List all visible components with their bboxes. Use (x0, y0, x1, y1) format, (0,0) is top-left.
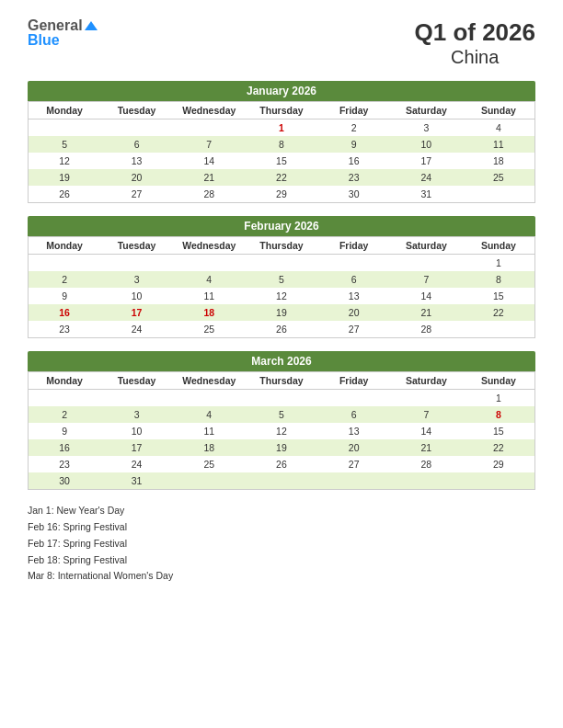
march-header-row: Monday Tuesday Wednesday Thursday Friday… (29, 372, 535, 390)
mar-col-thu: Thursday (246, 372, 318, 390)
calendar-day: 9 (317, 136, 390, 153)
calendar-day: 23 (317, 169, 390, 186)
march-section: March 2026 Monday Tuesday Wednesday Thur… (28, 351, 535, 490)
jan-col-tue: Tuesday (100, 102, 173, 119)
calendar-day (317, 472, 390, 490)
table-row: 232425262728 (29, 321, 535, 338)
calendar-day (173, 472, 246, 490)
holiday-entry: Feb 18: Spring Festival (28, 552, 535, 569)
calendar-day: 14 (173, 153, 246, 169)
calendar-day (100, 119, 173, 137)
calendar-day: 3 (100, 271, 173, 288)
table-row: 1234 (29, 119, 535, 137)
table-row: 1 (29, 255, 535, 272)
january-title: January 2026 (28, 81, 535, 101)
logo: General Blue (28, 18, 98, 48)
table-row: 16171819202122 (29, 304, 535, 321)
calendar-day: 16 (29, 304, 101, 321)
calendar-day: 22 (463, 439, 535, 456)
calendar-day: 27 (100, 186, 173, 203)
calendar-day: 22 (246, 169, 318, 186)
calendar-day: 19 (246, 304, 318, 321)
calendar-day: 11 (463, 136, 535, 153)
calendar-day: 9 (29, 288, 101, 304)
calendar-day: 24 (390, 169, 463, 186)
calendar-day (100, 390, 173, 407)
calendar-day: 30 (29, 472, 101, 490)
mar-col-mon: Monday (29, 372, 101, 390)
calendar-day: 19 (29, 169, 101, 186)
calendar-day (246, 255, 318, 272)
calendar-day (29, 390, 101, 407)
holiday-entry: Jan 1: New Year's Day (28, 503, 535, 519)
calendar-day: 25 (173, 321, 246, 338)
calendar-day (390, 472, 463, 490)
calendar-day: 6 (100, 136, 173, 153)
calendar-day: 10 (100, 423, 173, 439)
calendar-day: 27 (317, 456, 390, 472)
calendar-day: 16 (317, 153, 390, 169)
table-row: 9101112131415 (29, 288, 535, 304)
calendar-day: 17 (100, 439, 173, 456)
calendar-day (246, 390, 318, 407)
january-section: January 2026 Monday Tuesday Wednesday Th… (28, 81, 535, 203)
table-row: 23242526272829 (29, 456, 535, 472)
february-section: February 2026 Monday Tuesday Wednesday T… (28, 216, 535, 338)
calendar-day (173, 119, 246, 137)
calendar-day: 5 (246, 406, 318, 423)
calendar-day: 28 (173, 186, 246, 203)
holiday-entry: Feb 17: Spring Festival (28, 536, 535, 552)
table-row: 2345678 (29, 406, 535, 423)
calendar-day: 8 (463, 271, 535, 288)
calendar-day: 7 (390, 406, 463, 423)
calendar-day: 28 (390, 456, 463, 472)
table-row: 9101112131415 (29, 423, 535, 439)
calendar-day: 25 (173, 456, 246, 472)
february-title: February 2026 (28, 216, 535, 236)
calendar-day (317, 255, 390, 272)
calendar-day: 29 (246, 186, 318, 203)
february-header-row: Monday Tuesday Wednesday Thursday Friday… (29, 237, 535, 255)
table-row: 567891011 (29, 136, 535, 153)
calendar-day: 26 (246, 321, 318, 338)
calendar-day: 15 (246, 153, 318, 169)
calendar-day: 11 (173, 288, 246, 304)
jan-col-sat: Saturday (390, 102, 463, 119)
calendar-day: 12 (29, 153, 101, 169)
calendar-day (463, 186, 535, 203)
calendar-day: 18 (463, 153, 535, 169)
march-title: March 2026 (28, 351, 535, 371)
calendar-day: 26 (246, 456, 318, 472)
feb-col-thu: Thursday (246, 237, 318, 255)
february-table: Monday Tuesday Wednesday Thursday Friday… (28, 236, 535, 338)
january-table: Monday Tuesday Wednesday Thursday Friday… (28, 101, 535, 203)
calendar-day: 20 (100, 169, 173, 186)
mar-col-sun: Sunday (463, 372, 535, 390)
calendar-day: 7 (390, 271, 463, 288)
table-row: 12131415161718 (29, 153, 535, 169)
calendar-day: 4 (173, 406, 246, 423)
calendar-day (29, 255, 101, 272)
calendar-day: 14 (390, 423, 463, 439)
calendar-day: 23 (29, 321, 101, 338)
calendar-day: 15 (463, 288, 535, 304)
table-row: 3031 (29, 472, 535, 490)
calendar-day: 21 (390, 304, 463, 321)
calendar-day: 4 (173, 271, 246, 288)
calendar-day: 30 (317, 186, 390, 203)
calendar-day: 31 (100, 472, 173, 490)
mar-col-wed: Wednesday (173, 372, 246, 390)
calendar-day: 18 (173, 304, 246, 321)
calendar-day: 16 (29, 439, 101, 456)
calendar-day: 13 (100, 153, 173, 169)
table-row: 19202122232425 (29, 169, 535, 186)
table-row: 16171819202122 (29, 439, 535, 456)
calendar-day (463, 472, 535, 490)
calendar-day: 9 (29, 423, 101, 439)
page-header: General Blue Q1 of 2026 China (28, 18, 535, 68)
calendar-day: 24 (100, 321, 173, 338)
calendar-day (173, 255, 246, 272)
feb-col-sun: Sunday (463, 237, 535, 255)
calendar-day: 28 (390, 321, 463, 338)
calendar-day (390, 255, 463, 272)
